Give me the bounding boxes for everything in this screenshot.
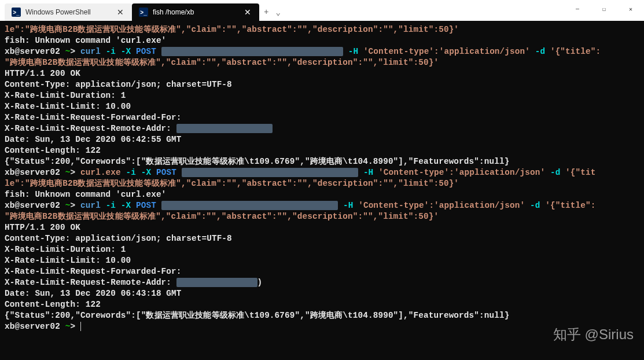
terminal-line: xb@server02 ~> xyxy=(5,321,639,332)
terminal-line: Content-Type: application/json; charset=… xyxy=(5,233,639,244)
minimize-button[interactable]: ─ xyxy=(564,0,591,19)
title-bar: >_ Windows PowerShell ✕ >_ fish /home/xb… xyxy=(0,0,644,21)
close-button[interactable]: ✕ xyxy=(617,0,644,19)
tab-label: Windows PowerShell xyxy=(25,8,91,16)
powershell-icon: >_ xyxy=(12,8,21,17)
terminal-line: X-Rate-Limit-Request-Remote-Addr: ██████… xyxy=(5,123,639,134)
tab-dropdown-button[interactable]: ⌄ xyxy=(275,8,280,17)
terminal-line: "跨境电商B2B数据运营职业技能等级标准","claim":"","abstra… xyxy=(5,211,639,222)
terminal-line: le":"跨境电商B2B数据运营职业技能等级标准","claim":"","ab… xyxy=(5,24,639,35)
terminal-line: Date: Sun, 13 Dec 2020 06:43:18 GMT xyxy=(5,288,639,299)
terminal-line: HTTP/1.1 200 OK xyxy=(5,222,639,233)
window-controls: ─ ☐ ✕ xyxy=(564,0,644,19)
terminal-line: fish: Unknown command 'curl.exe' xyxy=(5,189,639,200)
close-icon[interactable]: ✕ xyxy=(116,7,125,17)
tab-fish[interactable]: >_ fish /home/xb ✕ xyxy=(132,3,259,21)
terminal-line: {"Status":200,"Corewords":["数据运营职业技能等级标准… xyxy=(5,310,639,321)
tab-actions: + ⌄ xyxy=(259,3,285,21)
terminal-line: xb@server02 ~> curl -i -X POST ███ ███ █… xyxy=(5,200,639,211)
terminal-output[interactable]: le":"跨境电商B2B数据运营职业技能等级标准","claim":"","ab… xyxy=(0,21,644,336)
terminal-line: X-Rate-Limit-Duration: 1 xyxy=(5,90,639,101)
terminal-line: Content-Type: application/json; charset=… xyxy=(5,79,639,90)
tab-powershell[interactable]: >_ Windows PowerShell ✕ xyxy=(5,3,132,21)
terminal-line: Date: Sun, 13 Dec 2020 06:42:55 GMT xyxy=(5,134,639,145)
terminal-line: xb@server02 ~> curl -i -X POST ███ ███ █… xyxy=(5,46,639,57)
powershell-icon: >_ xyxy=(139,8,148,17)
new-tab-button[interactable]: + xyxy=(264,8,268,17)
terminal-line: Content-Length: 122 xyxy=(5,145,639,156)
terminal-line: fish: Unknown command 'curl.exe' xyxy=(5,35,639,46)
terminal-line: X-Rate-Limit-Request-Forwarded-For: xyxy=(5,266,639,277)
terminal-line: X-Rate-Limit-Limit: 10.00 xyxy=(5,101,639,112)
terminal-line: {"Status":200,"Corewords":["数据运营职业技能等级标准… xyxy=(5,156,639,167)
tab-label: fish /home/xb xyxy=(153,8,194,16)
terminal-line: xb@server02 ~> curl.exe -i -X POST ███ █… xyxy=(5,167,639,178)
tab-strip: >_ Windows PowerShell ✕ >_ fish /home/xb… xyxy=(5,0,285,21)
terminal-line: X-Rate-Limit-Limit: 10.00 xyxy=(5,255,639,266)
close-icon[interactable]: ✕ xyxy=(243,7,252,17)
terminal-line: le":"跨境电商B2B数据运营职业技能等级标准","claim":"","ab… xyxy=(5,178,639,189)
terminal-line: X-Rate-Limit-Request-Forwarded-For: xyxy=(5,112,639,123)
terminal-line: "跨境电商B2B数据运营职业技能等级标准","claim":"","abstra… xyxy=(5,57,639,68)
terminal-line: X-Rate-Limit-Request-Remote-Addr: ██████… xyxy=(5,277,639,288)
maximize-button[interactable]: ☐ xyxy=(591,0,617,19)
terminal-line: HTTP/1.1 200 OK xyxy=(5,68,639,79)
terminal-line: X-Rate-Limit-Duration: 1 xyxy=(5,244,639,255)
terminal-line: Content-Length: 122 xyxy=(5,299,639,310)
